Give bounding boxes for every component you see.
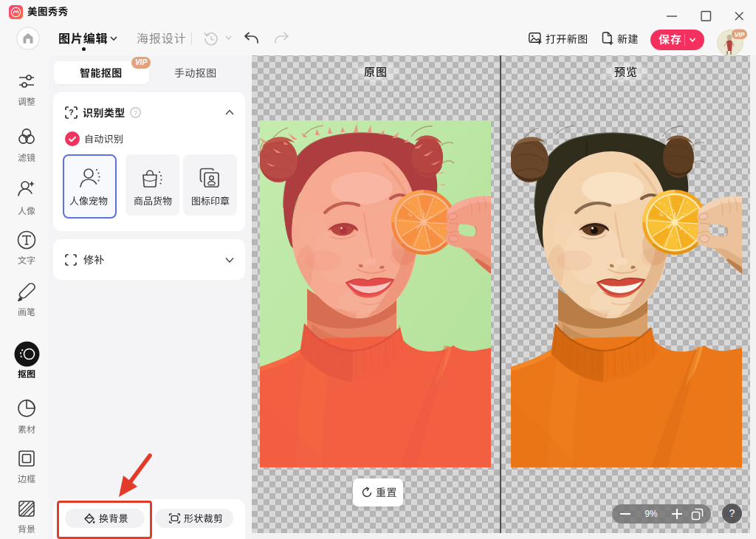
svg-text:VIP: VIP (735, 31, 745, 38)
svg-text:?: ? (134, 109, 137, 117)
svg-text:?: ? (69, 108, 73, 117)
